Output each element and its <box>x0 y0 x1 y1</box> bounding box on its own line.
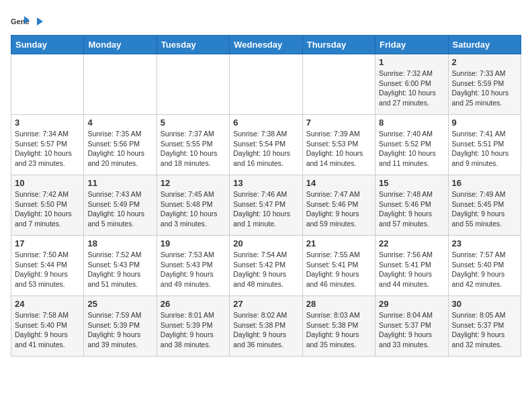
day-number: 21 <box>306 238 371 248</box>
day-info: Sunrise: 7:56 AM Sunset: 5:41 PM Dayligh… <box>379 250 444 289</box>
calendar-table: SundayMondayTuesdayWednesdayThursdayFrid… <box>11 35 521 357</box>
calendar-cell: 17Sunrise: 7:50 AM Sunset: 5:44 PM Dayli… <box>11 236 84 296</box>
week-row-2: 3Sunrise: 7:34 AM Sunset: 5:57 PM Daylig… <box>11 115 521 175</box>
day-info: Sunrise: 8:03 AM Sunset: 5:38 PM Dayligh… <box>306 310 371 350</box>
calendar-cell: 3Sunrise: 7:34 AM Sunset: 5:57 PM Daylig… <box>11 115 84 175</box>
weekday-saturday: Saturday <box>448 36 521 54</box>
calendar-cell: 6Sunrise: 7:38 AM Sunset: 5:54 PM Daylig… <box>230 115 302 175</box>
day-info: Sunrise: 8:04 AM Sunset: 5:37 PM Dayligh… <box>379 310 444 350</box>
day-info: Sunrise: 7:55 AM Sunset: 5:41 PM Dayligh… <box>306 250 371 289</box>
weekday-row: SundayMondayTuesdayWednesdayThursdayFrid… <box>11 36 521 54</box>
day-info: Sunrise: 7:33 AM Sunset: 5:59 PM Dayligh… <box>452 68 517 108</box>
svg-marker-2 <box>37 17 43 26</box>
calendar-cell: 5Sunrise: 7:37 AM Sunset: 5:55 PM Daylig… <box>157 115 229 175</box>
day-number: 15 <box>379 178 444 188</box>
day-number: 14 <box>306 178 371 188</box>
day-number: 18 <box>87 238 152 248</box>
day-info: Sunrise: 7:37 AM Sunset: 5:55 PM Dayligh… <box>161 129 226 169</box>
weekday-friday: Friday <box>375 36 448 54</box>
day-info: Sunrise: 8:01 AM Sunset: 5:39 PM Dayligh… <box>161 310 226 350</box>
day-number: 20 <box>233 238 298 248</box>
day-info: Sunrise: 7:47 AM Sunset: 5:46 PM Dayligh… <box>306 189 371 229</box>
calendar-cell: 16Sunrise: 7:49 AM Sunset: 5:45 PM Dayli… <box>448 175 521 236</box>
calendar-cell: 13Sunrise: 7:46 AM Sunset: 5:47 PM Dayli… <box>230 175 302 236</box>
calendar-cell <box>230 54 302 115</box>
week-row-5: 24Sunrise: 7:58 AM Sunset: 5:40 PM Dayli… <box>11 296 521 357</box>
calendar-cell <box>157 54 229 115</box>
day-info: Sunrise: 7:53 AM Sunset: 5:43 PM Dayligh… <box>161 250 226 289</box>
calendar-cell <box>11 54 84 115</box>
calendar-cell: 15Sunrise: 7:48 AM Sunset: 5:46 PM Dayli… <box>375 175 448 236</box>
day-info: Sunrise: 7:45 AM Sunset: 5:48 PM Dayligh… <box>161 189 226 229</box>
day-number: 22 <box>379 238 444 248</box>
day-number: 1 <box>379 57 444 67</box>
calendar-cell: 2Sunrise: 7:33 AM Sunset: 5:59 PM Daylig… <box>448 54 521 115</box>
day-number: 8 <box>379 118 444 128</box>
day-info: Sunrise: 7:43 AM Sunset: 5:49 PM Dayligh… <box>87 189 152 229</box>
calendar-cell: 21Sunrise: 7:55 AM Sunset: 5:41 PM Dayli… <box>302 236 375 296</box>
day-info: Sunrise: 7:32 AM Sunset: 6:00 PM Dayligh… <box>379 68 444 108</box>
day-number: 24 <box>15 299 80 309</box>
weekday-thursday: Thursday <box>302 36 375 54</box>
day-info: Sunrise: 7:49 AM Sunset: 5:45 PM Dayligh… <box>452 189 517 229</box>
day-info: Sunrise: 7:35 AM Sunset: 5:56 PM Dayligh… <box>87 129 152 169</box>
day-info: Sunrise: 7:57 AM Sunset: 5:40 PM Dayligh… <box>452 250 517 289</box>
calendar-cell: 27Sunrise: 8:02 AM Sunset: 5:38 PM Dayli… <box>230 296 302 357</box>
day-number: 29 <box>379 299 444 309</box>
day-number: 28 <box>306 299 371 309</box>
weekday-monday: Monday <box>84 36 157 54</box>
calendar-cell: 20Sunrise: 7:54 AM Sunset: 5:42 PM Dayli… <box>230 236 302 296</box>
weekday-sunday: Sunday <box>11 36 84 54</box>
day-number: 6 <box>233 118 298 128</box>
calendar-cell: 4Sunrise: 7:35 AM Sunset: 5:56 PM Daylig… <box>84 115 157 175</box>
calendar-cell: 7Sunrise: 7:39 AM Sunset: 5:53 PM Daylig… <box>302 115 375 175</box>
logo: General <box>11 11 46 30</box>
day-number: 13 <box>233 178 298 188</box>
day-info: Sunrise: 7:50 AM Sunset: 5:44 PM Dayligh… <box>15 250 80 289</box>
calendar-cell <box>84 54 157 115</box>
day-number: 10 <box>15 178 80 188</box>
day-info: Sunrise: 7:58 AM Sunset: 5:40 PM Dayligh… <box>15 310 80 350</box>
calendar-cell: 30Sunrise: 8:05 AM Sunset: 5:37 PM Dayli… <box>448 296 521 357</box>
day-info: Sunrise: 7:52 AM Sunset: 5:43 PM Dayligh… <box>87 250 152 289</box>
day-number: 4 <box>87 118 152 128</box>
day-info: Sunrise: 7:38 AM Sunset: 5:54 PM Dayligh… <box>233 129 298 169</box>
calendar-cell: 19Sunrise: 7:53 AM Sunset: 5:43 PM Dayli… <box>157 236 229 296</box>
calendar-cell: 14Sunrise: 7:47 AM Sunset: 5:46 PM Dayli… <box>302 175 375 236</box>
day-number: 7 <box>306 118 371 128</box>
day-info: Sunrise: 7:46 AM Sunset: 5:47 PM Dayligh… <box>233 189 298 229</box>
week-row-1: 1Sunrise: 7:32 AM Sunset: 6:00 PM Daylig… <box>11 54 521 115</box>
day-number: 5 <box>161 118 226 128</box>
day-info: Sunrise: 8:05 AM Sunset: 5:37 PM Dayligh… <box>452 310 517 350</box>
week-row-4: 17Sunrise: 7:50 AM Sunset: 5:44 PM Dayli… <box>11 236 521 296</box>
day-number: 26 <box>161 299 226 309</box>
day-info: Sunrise: 7:41 AM Sunset: 5:51 PM Dayligh… <box>452 129 517 169</box>
day-info: Sunrise: 7:40 AM Sunset: 5:52 PM Dayligh… <box>379 129 444 169</box>
calendar-cell <box>302 54 375 115</box>
weekday-wednesday: Wednesday <box>230 36 302 54</box>
day-number: 30 <box>452 299 517 309</box>
day-number: 25 <box>87 299 152 309</box>
calendar-cell: 10Sunrise: 7:42 AM Sunset: 5:50 PM Dayli… <box>11 175 84 236</box>
logo-arrow-icon <box>33 15 45 28</box>
day-info: Sunrise: 7:54 AM Sunset: 5:42 PM Dayligh… <box>233 250 298 289</box>
day-info: Sunrise: 8:02 AM Sunset: 5:38 PM Dayligh… <box>233 310 298 350</box>
day-number: 16 <box>452 178 517 188</box>
calendar-cell: 24Sunrise: 7:58 AM Sunset: 5:40 PM Dayli… <box>11 296 84 357</box>
day-info: Sunrise: 7:48 AM Sunset: 5:46 PM Dayligh… <box>379 189 444 229</box>
calendar-cell: 8Sunrise: 7:40 AM Sunset: 5:52 PM Daylig… <box>375 115 448 175</box>
calendar-cell: 1Sunrise: 7:32 AM Sunset: 6:00 PM Daylig… <box>375 54 448 115</box>
weekday-tuesday: Tuesday <box>157 36 229 54</box>
day-info: Sunrise: 7:59 AM Sunset: 5:39 PM Dayligh… <box>87 310 152 350</box>
day-number: 27 <box>233 299 298 309</box>
day-info: Sunrise: 7:39 AM Sunset: 5:53 PM Dayligh… <box>306 129 371 169</box>
week-row-3: 10Sunrise: 7:42 AM Sunset: 5:50 PM Dayli… <box>11 175 521 236</box>
logo-icon: General <box>11 11 30 30</box>
calendar-cell: 11Sunrise: 7:43 AM Sunset: 5:49 PM Dayli… <box>84 175 157 236</box>
calendar-header: SundayMondayTuesdayWednesdayThursdayFrid… <box>11 36 521 54</box>
calendar-body: 1Sunrise: 7:32 AM Sunset: 6:00 PM Daylig… <box>11 54 521 357</box>
day-number: 2 <box>452 57 517 67</box>
day-number: 12 <box>161 178 226 188</box>
calendar-cell: 9Sunrise: 7:41 AM Sunset: 5:51 PM Daylig… <box>448 115 521 175</box>
calendar-cell: 18Sunrise: 7:52 AM Sunset: 5:43 PM Dayli… <box>84 236 157 296</box>
